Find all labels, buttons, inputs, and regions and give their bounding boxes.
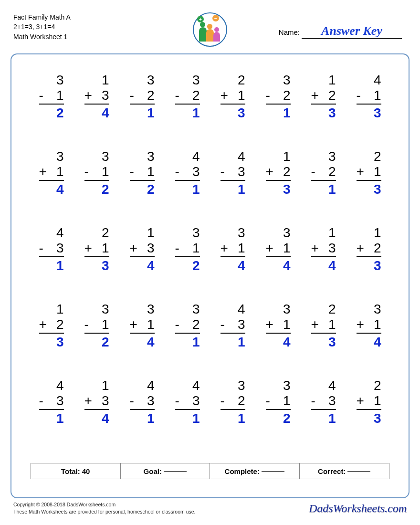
operand-bottom-row: +1 — [39, 164, 64, 181]
operand-bottom: 1 — [328, 317, 336, 332]
math-problem: 2+13 — [210, 73, 255, 149]
operand-bottom: 2 — [374, 241, 381, 256]
math-problem: 2+13 — [301, 302, 346, 378]
math-problem: 3+14 — [255, 225, 301, 302]
name-label: Name: — [279, 28, 300, 36]
operand-bottom-row: +1 — [84, 241, 109, 257]
operand-top: 4 — [39, 225, 64, 241]
operand-top: 3 — [175, 73, 200, 88]
math-problem: 3-12 — [255, 378, 301, 454]
answer: 4 — [130, 257, 155, 274]
complete-blank[interactable] — [262, 471, 284, 472]
operator: - — [39, 393, 43, 409]
answer: 2 — [175, 257, 200, 274]
operand-bottom-row: -1 — [175, 241, 200, 257]
operator: - — [130, 164, 134, 179]
math-problem: 4-31 — [301, 378, 346, 454]
stat-goal: Goal: — [121, 463, 210, 479]
operator: + — [357, 241, 364, 256]
operand-bottom: 3 — [56, 393, 64, 409]
math-problem: 1+23 — [301, 73, 346, 149]
answer: 1 — [220, 181, 245, 198]
operand-bottom-row: -2 — [175, 317, 200, 334]
answer: 2 — [84, 334, 109, 350]
operand-bottom-row: -3 — [39, 241, 64, 257]
disclaimer-text: These Math Worksheets are provided for p… — [13, 508, 196, 515]
operand-top: 2 — [357, 149, 381, 164]
operand-top: 4 — [130, 378, 155, 393]
operator: + — [84, 88, 92, 103]
operator: + — [220, 88, 228, 103]
math-problem: 3+14 — [119, 302, 165, 378]
operand-bottom: 3 — [192, 393, 200, 409]
operand-top: 4 — [175, 149, 200, 164]
correct-blank[interactable] — [347, 471, 370, 472]
operand-top: 3 — [220, 378, 245, 393]
answer: 1 — [311, 181, 336, 198]
operand-bottom: 2 — [328, 88, 336, 103]
operand-top: 4 — [220, 149, 245, 164]
operand-top: 4 — [175, 378, 200, 393]
operand-bottom: 1 — [238, 88, 245, 103]
operand-top: 1 — [357, 225, 381, 241]
operand-top: 1 — [84, 378, 109, 393]
math-problem: 3-12 — [74, 149, 119, 225]
answer: 4 — [266, 257, 291, 274]
math-problem: 1+34 — [74, 378, 119, 454]
operand-bottom: 1 — [238, 241, 245, 256]
answer: 1 — [175, 410, 200, 427]
operator: - — [220, 317, 225, 332]
operand-bottom-row: +1 — [357, 393, 381, 410]
operand-bottom: 3 — [328, 241, 336, 256]
operand-bottom: 1 — [374, 393, 381, 409]
name-input-line[interactable]: Answer Key — [302, 24, 402, 39]
operand-bottom: 1 — [192, 241, 200, 256]
operator: + — [130, 241, 137, 256]
operand-bottom-row: +1 — [357, 317, 381, 334]
operand-bottom-row: -2 — [130, 88, 155, 105]
operand-top: 1 — [39, 302, 64, 317]
math-problem: 4-31 — [165, 378, 210, 454]
answer: 3 — [357, 257, 381, 274]
title-line-1: Fact Family Math A — [13, 12, 71, 22]
operand-bottom: 1 — [374, 317, 381, 332]
math-problem: 3+14 — [210, 225, 255, 302]
operand-top: 3 — [130, 302, 155, 317]
operator: - — [220, 393, 225, 409]
operand-bottom: 1 — [56, 164, 64, 179]
operator: + — [311, 241, 319, 256]
operand-top: 3 — [311, 149, 336, 164]
math-problem: 3-12 — [74, 302, 119, 378]
math-problem: 4-31 — [29, 225, 74, 302]
math-problem: 4-31 — [210, 149, 255, 225]
operand-bottom: 2 — [283, 88, 291, 103]
minus-icon: − — [212, 15, 219, 21]
answer: 4 — [266, 334, 291, 350]
operand-top: 2 — [311, 302, 336, 317]
answer: 1 — [175, 105, 200, 121]
title-line-3: Math Worksheet 1 — [13, 32, 71, 42]
header-title-block: Fact Family Math A 2+1=3, 3+1=4 Math Wor… — [13, 10, 71, 42]
operand-top: 3 — [84, 302, 109, 317]
operand-bottom: 1 — [102, 164, 109, 179]
math-problem: 4-31 — [119, 378, 165, 454]
math-problem: 3-12 — [119, 149, 165, 225]
operator: - — [357, 88, 361, 103]
operand-bottom-row: -3 — [130, 393, 155, 410]
operator: + — [220, 241, 228, 256]
operand-bottom-row: -2 — [266, 88, 291, 105]
answer: 1 — [266, 105, 291, 121]
goal-blank[interactable] — [164, 471, 187, 472]
plus-icon: + — [197, 16, 204, 22]
operator: - — [175, 88, 179, 103]
operand-top: 3 — [266, 378, 291, 393]
answer: 2 — [39, 105, 64, 121]
operand-top: 3 — [175, 302, 200, 317]
math-problem: 3-12 — [165, 225, 210, 302]
math-problem: 3-21 — [301, 149, 346, 225]
worksheet-header: Fact Family Math A 2+1=3, 3+1=4 Math Wor… — [10, 10, 410, 51]
family-icon: + − — [193, 12, 227, 47]
operand-top: 2 — [357, 378, 381, 393]
operand-top: 1 — [266, 149, 291, 164]
operand-bottom-row: -3 — [175, 393, 200, 410]
